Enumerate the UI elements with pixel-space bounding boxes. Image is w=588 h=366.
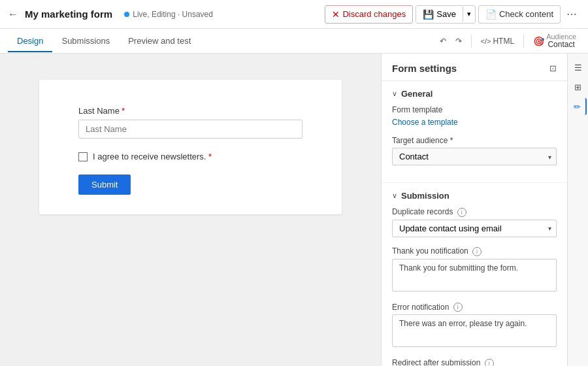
topbar: ← My marketing form Live, Editing · Unsa…	[0, 0, 588, 29]
error-notification-group: Error notification i There was an error,…	[392, 303, 557, 350]
duplicate-records-select[interactable]: Update contact using email	[392, 220, 557, 237]
panel-title: Form settings	[392, 63, 457, 74]
error-textarea[interactable]: There was an error, please try again.	[392, 314, 557, 347]
check-content-button[interactable]: 📄 Check content	[478, 5, 561, 24]
thankyou-info-icon[interactable]: i	[472, 247, 482, 256]
redirect-label: Redirect after submission i	[392, 358, 557, 366]
general-collapse-icon: ∨	[392, 90, 397, 98]
save-main-button[interactable]: 💾 Save	[416, 6, 463, 23]
general-section-title: General	[401, 89, 433, 99]
icon-sidebar: ☰ ⊞ ✏	[567, 54, 588, 366]
target-audience-select-wrapper: Contact ▾	[392, 148, 557, 165]
tab-design[interactable]: Design	[8, 31, 52, 52]
duplicate-records-label: Duplicate records i	[392, 207, 557, 217]
redo-button[interactable]: ↷	[451, 34, 466, 48]
newsletter-checkbox[interactable]	[78, 152, 88, 161]
target-audience-label: Target audience *	[392, 136, 557, 145]
nav-tabs: Design Submissions Preview and test ↶ ↷ …	[0, 29, 588, 54]
redirect-info-icon[interactable]: i	[485, 359, 494, 366]
discard-button[interactable]: ✕ Discard changes	[325, 5, 413, 24]
newsletter-required-star: *	[208, 152, 212, 161]
choose-template-link[interactable]: Choose a template	[392, 118, 458, 127]
submission-collapse-icon: ∨	[392, 191, 397, 200]
back-button[interactable]: ←	[8, 8, 18, 20]
last-name-field-group: Last Name *	[78, 106, 302, 139]
html-button[interactable]: </> HTML	[477, 34, 519, 48]
redirect-after-submission-group: Redirect after submission i Off	[392, 358, 557, 366]
submission-section: ∨ Submission Duplicate records i Update …	[382, 183, 567, 366]
save-arrow-icon: ▾	[467, 10, 471, 18]
target-audience-group: Target audience * Contact ▾	[392, 136, 557, 165]
audience-button[interactable]: 🎯 Audience Contact	[529, 30, 580, 52]
tab-submissions[interactable]: Submissions	[52, 31, 119, 52]
html-icon: </>	[481, 37, 491, 45]
general-toggle[interactable]: ∨ General	[392, 89, 557, 99]
submission-toggle[interactable]: ∨ Submission	[392, 191, 557, 201]
sidebar-icon-grid[interactable]: ☰	[570, 59, 587, 76]
duplicate-records-group: Duplicate records i Update contact using…	[392, 207, 557, 237]
thankyou-label: Thank you notification i	[392, 246, 557, 256]
target-audience-select[interactable]: Contact	[392, 148, 557, 165]
save-group: 💾 Save ▾	[416, 5, 476, 24]
newsletter-label: I agree to receive newsletters. *	[93, 152, 212, 161]
undo-icon: ↶	[440, 37, 446, 46]
undo-redo-group: ↶ ↷	[436, 34, 466, 48]
status-dot	[124, 12, 129, 17]
html-label: HTML	[493, 37, 514, 46]
undo-button[interactable]: ↶	[436, 34, 450, 48]
save-label: Save	[436, 9, 456, 19]
submit-button[interactable]: Submit	[78, 175, 131, 195]
duplicate-info-icon[interactable]: i	[457, 208, 466, 217]
sidebar-icon-plus[interactable]: ⊞	[570, 78, 587, 95]
required-star: *	[122, 106, 125, 116]
check-icon: 📄	[485, 9, 497, 20]
toolbar-right: ↶ ↷ </> HTML 🎯 Audience Contact	[436, 30, 580, 52]
audience-value: Contact	[546, 41, 576, 49]
form-template-label: Form template	[392, 105, 557, 114]
canvas-area: Last Name * I agree to receive newslette…	[0, 54, 381, 366]
form-template-group: Form template Choose a template	[392, 105, 557, 127]
save-dropdown-button[interactable]: ▾	[463, 7, 475, 22]
topbar-actions: ✕ Discard changes 💾 Save ▾ 📄 Check conte…	[325, 5, 580, 24]
page-title: My marketing form	[25, 8, 112, 20]
save-icon: 💾	[423, 9, 434, 20]
newsletter-checkbox-row: I agree to receive newsletters. *	[78, 152, 302, 161]
discard-icon: ✕	[332, 9, 340, 20]
thankyou-textarea[interactable]: Thank you for submitting the form.	[392, 259, 557, 291]
back-icon: ←	[8, 8, 18, 20]
tab-preview[interactable]: Preview and test	[119, 31, 200, 52]
duplicate-records-select-wrapper: Update contact using email ▾	[392, 220, 557, 237]
audience-badge: Audience Contact	[546, 33, 576, 49]
last-name-input[interactable]	[78, 120, 302, 139]
audience-icon: 🎯	[533, 36, 544, 46]
form-settings-panel: Form settings ⊡ ∨ General Form template …	[381, 54, 567, 366]
thankyou-notification-group: Thank you notification i Thank you for s…	[392, 246, 557, 293]
general-section: ∨ General Form template Choose a templat…	[382, 81, 567, 183]
error-label: Error notification i	[392, 303, 557, 312]
redo-icon: ↷	[455, 37, 462, 46]
more-button[interactable]: ⋯	[563, 5, 580, 24]
main-layout: Last Name * I agree to receive newslette…	[0, 54, 588, 366]
submission-section-title: Submission	[401, 191, 449, 201]
panel-collapse-icon[interactable]: ⊡	[549, 63, 557, 73]
sidebar-icon-edit[interactable]: ✏	[570, 98, 587, 115]
error-info-icon[interactable]: i	[453, 303, 463, 312]
status-text: Live, Editing · Unsaved	[133, 10, 213, 19]
discard-label: Discard changes	[342, 9, 406, 19]
status-badge: Live, Editing · Unsaved	[124, 10, 213, 19]
panel-header: Form settings ⊡	[382, 54, 567, 81]
last-name-label: Last Name *	[78, 106, 302, 116]
form-canvas: Last Name * I agree to receive newslette…	[39, 80, 342, 214]
check-label: Check content	[499, 9, 553, 19]
